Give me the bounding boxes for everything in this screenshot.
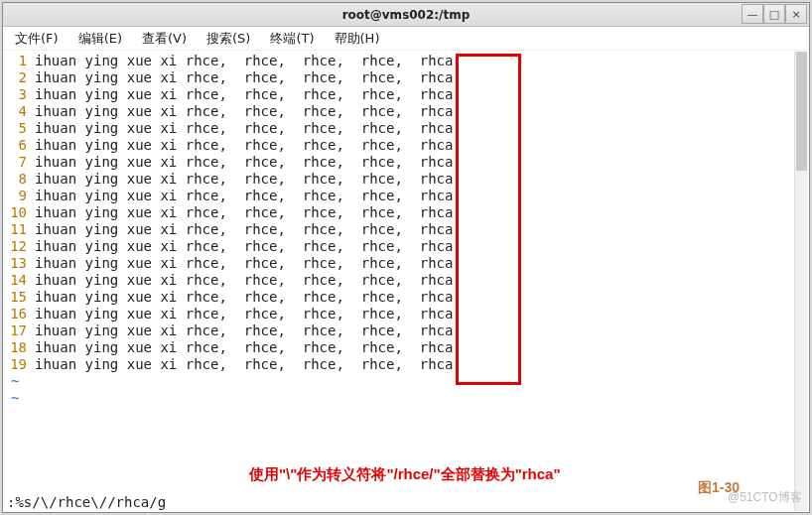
line-number: 4 (3, 103, 31, 120)
line-number: 8 (3, 171, 31, 188)
titlebar: root@vms002:/tmp — □ × (3, 3, 809, 27)
line-text: ihuan ying xue xi rhce, rhce, rhce, rhce… (31, 69, 453, 86)
editor-line: 17ihuan ying xue xi rhce, rhce, rhce, rh… (3, 322, 809, 339)
vim-command-line[interactable]: :%s/\/rhce\//rhca/g (7, 494, 166, 510)
close-button[interactable]: × (785, 4, 807, 24)
line-number: 7 (3, 154, 31, 171)
editor-line: 19ihuan ying xue xi rhce, rhce, rhce, rh… (3, 356, 809, 373)
line-number: 3 (3, 86, 31, 103)
editor-line: 7ihuan ying xue xi rhce, rhce, rhce, rhc… (3, 154, 809, 171)
line-text: ihuan ying xue xi rhce, rhce, rhce, rhce… (31, 339, 453, 356)
menu-help[interactable]: 帮助(H) (325, 27, 390, 51)
watermark: @51CTO博客 (728, 489, 802, 506)
line-number: 9 (3, 188, 31, 204)
menu-edit[interactable]: 编辑(E) (68, 27, 132, 51)
menu-search[interactable]: 搜索(S) (197, 27, 260, 51)
window-title: root@vms002:/tmp (342, 8, 471, 22)
editor-line: 10ihuan ying xue xi rhce, rhce, rhce, rh… (3, 204, 809, 221)
line-number: 13 (3, 255, 31, 272)
line-text: ihuan ying xue xi rhce, rhce, rhce, rhce… (31, 137, 453, 154)
line-text: ihuan ying xue xi rhce, rhce, rhce, rhce… (31, 103, 453, 120)
editor-line: 8ihuan ying xue xi rhce, rhce, rhce, rhc… (3, 171, 809, 188)
scroll-thumb[interactable] (796, 52, 807, 171)
editor-line: 15ihuan ying xue xi rhce, rhce, rhce, rh… (3, 289, 809, 306)
annotation-text: 使用"\"作为转义符将"/rhce/"全部替换为"rhca" (249, 465, 561, 484)
editor-line: 6ihuan ying xue xi rhce, rhce, rhce, rhc… (3, 137, 809, 154)
line-number: 18 (3, 339, 31, 356)
editor-line: 12ihuan ying xue xi rhce, rhce, rhce, rh… (3, 238, 809, 255)
line-text: ihuan ying xue xi rhce, rhce, rhce, rhce… (31, 255, 453, 272)
line-text: ihuan ying xue xi rhce, rhce, rhce, rhce… (31, 86, 453, 103)
menu-file[interactable]: 文件(F) (5, 27, 68, 51)
line-number: 14 (3, 272, 31, 289)
line-text: ihuan ying xue xi rhce, rhce, rhce, rhce… (31, 53, 453, 69)
menubar: 文件(F) 编辑(E) 查看(V) 搜索(S) 终端(T) 帮助(H) (3, 27, 809, 51)
line-text: ihuan ying xue xi rhce, rhce, rhce, rhce… (31, 289, 453, 306)
minimize-button[interactable]: — (742, 4, 763, 24)
editor-line: 16ihuan ying xue xi rhce, rhce, rhce, rh… (3, 306, 809, 322)
tilde-line: ~ (3, 373, 809, 390)
editor-line: 4ihuan ying xue xi rhce, rhce, rhce, rhc… (3, 103, 809, 120)
editor-line: 18ihuan ying xue xi rhce, rhce, rhce, rh… (3, 339, 809, 356)
scrollbar[interactable] (794, 52, 808, 511)
line-number: 17 (3, 322, 31, 339)
editor-line: 5ihuan ying xue xi rhce, rhce, rhce, rhc… (3, 120, 809, 137)
editor-line: 14ihuan ying xue xi rhce, rhce, rhce, rh… (3, 272, 809, 289)
line-text: ihuan ying xue xi rhce, rhce, rhce, rhce… (31, 204, 453, 221)
line-text: ihuan ying xue xi rhce, rhce, rhce, rhce… (31, 120, 453, 137)
line-text: ihuan ying xue xi rhce, rhce, rhce, rhce… (31, 154, 453, 171)
line-text: ihuan ying xue xi rhce, rhce, rhce, rhce… (31, 322, 453, 339)
editor-line: 9ihuan ying xue xi rhce, rhce, rhce, rhc… (3, 188, 809, 204)
window-controls: — □ × (742, 4, 807, 24)
line-text: ihuan ying xue xi rhce, rhce, rhce, rhce… (31, 238, 453, 255)
line-text: ihuan ying xue xi rhce, rhce, rhce, rhce… (31, 221, 453, 238)
line-number: 10 (3, 204, 31, 221)
line-number: 5 (3, 120, 31, 137)
line-text: ihuan ying xue xi rhce, rhce, rhce, rhce… (31, 171, 453, 188)
line-number: 16 (3, 306, 31, 322)
editor-line: 2ihuan ying xue xi rhce, rhce, rhce, rhc… (3, 69, 809, 86)
menu-terminal[interactable]: 终端(T) (260, 27, 324, 51)
line-text: ihuan ying xue xi rhce, rhce, rhce, rhce… (31, 188, 453, 204)
line-number: 2 (3, 69, 31, 86)
line-text: ihuan ying xue xi rhce, rhce, rhce, rhce… (31, 306, 453, 322)
line-text: ihuan ying xue xi rhce, rhce, rhce, rhce… (31, 356, 453, 373)
terminal-window: root@vms002:/tmp — □ × 文件(F) 编辑(E) 查看(V)… (2, 2, 810, 513)
line-number: 1 (3, 53, 31, 69)
maximize-button[interactable]: □ (763, 4, 785, 24)
line-number: 11 (3, 221, 31, 238)
editor-line: 13ihuan ying xue xi rhce, rhce, rhce, rh… (3, 255, 809, 272)
editor-line: 11ihuan ying xue xi rhce, rhce, rhce, rh… (3, 221, 809, 238)
terminal-content[interactable]: 1ihuan ying xue xi rhce, rhce, rhce, rhc… (3, 51, 809, 512)
line-number: 19 (3, 356, 31, 373)
editor-line: 3ihuan ying xue xi rhce, rhce, rhce, rhc… (3, 86, 809, 103)
menu-view[interactable]: 查看(V) (132, 27, 197, 51)
editor-line: 1ihuan ying xue xi rhce, rhce, rhce, rhc… (3, 53, 809, 69)
line-number: 12 (3, 238, 31, 255)
line-number: 6 (3, 137, 31, 154)
tilde-line: ~ (3, 390, 809, 407)
line-text: ihuan ying xue xi rhce, rhce, rhce, rhce… (31, 272, 453, 289)
line-number: 15 (3, 289, 31, 306)
